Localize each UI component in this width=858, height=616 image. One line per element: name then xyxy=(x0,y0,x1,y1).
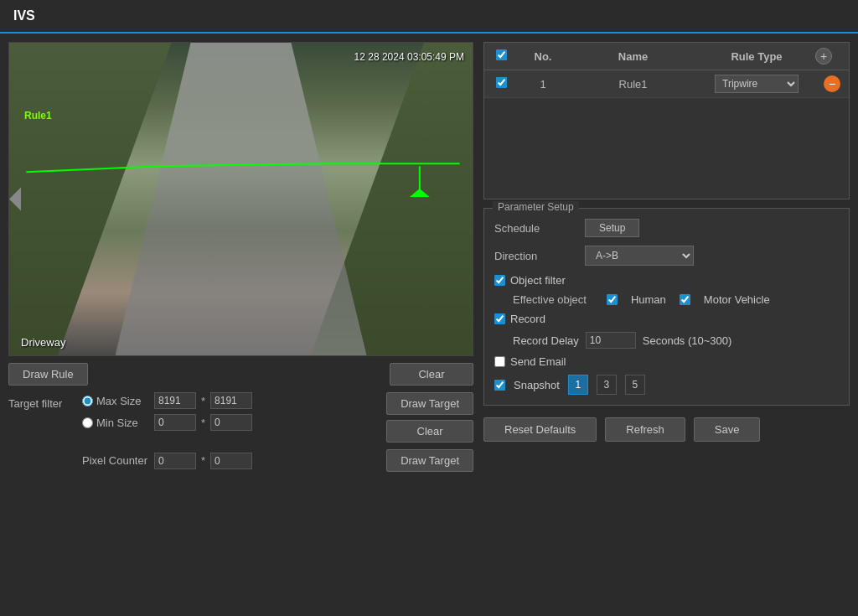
human-label: Human xyxy=(631,293,666,306)
min-size-radio[interactable] xyxy=(82,417,93,428)
motor-vehicle-checkbox[interactable] xyxy=(680,294,690,305)
human-checkbox[interactable] xyxy=(607,294,618,305)
delete-rule-button[interactable]: − xyxy=(824,75,840,92)
camera-view: 12 28 2024 03:05:49 PM Rule1 Driveway xyxy=(8,42,473,356)
draw-rule-button[interactable]: Draw Rule xyxy=(8,363,88,386)
max-size-radio-label[interactable]: Max Size xyxy=(82,395,149,407)
min-size-width[interactable] xyxy=(154,414,196,431)
record-delay-label: Record Delay xyxy=(513,334,579,347)
reset-defaults-button[interactable]: Reset Defaults xyxy=(483,417,597,442)
max-size-width[interactable] xyxy=(154,392,196,409)
motor-vehicle-label: Motor Vehicle xyxy=(704,293,770,306)
rules-empty-area xyxy=(484,98,849,199)
header-rule-type: Rule Type xyxy=(698,50,815,63)
add-rule-button[interactable]: + xyxy=(815,48,832,65)
filter-inputs: Max Size * Min Size * xyxy=(82,392,252,431)
pixel-counter-label: Pixel Counter xyxy=(82,454,149,467)
save-button[interactable]: Save xyxy=(694,417,761,442)
select-all-checkbox[interactable] xyxy=(496,49,507,60)
record-delay-input[interactable] xyxy=(586,332,636,349)
app-title: IVS xyxy=(13,8,35,23)
object-filter-checkbox[interactable] xyxy=(494,275,505,286)
schedule-label: Schedule xyxy=(494,222,578,235)
snapshot-row: Snapshot 1 3 5 xyxy=(494,375,839,395)
row-no: 1 xyxy=(518,78,568,91)
max-size-label: Max Size xyxy=(96,395,141,407)
rule-type-select[interactable]: Tripwire Intrusion xyxy=(715,75,799,93)
title-bar: IVS xyxy=(0,0,858,34)
footer-buttons: Reset Defaults Refresh Save xyxy=(483,414,850,442)
direction-select[interactable]: A->B B->A A<->B xyxy=(585,246,694,266)
timestamp: 12 28 2024 03:05:49 PM xyxy=(354,51,464,63)
param-setup-title: Parameter Setup xyxy=(493,201,579,213)
add-rule-col: + xyxy=(815,48,849,65)
header-name: Name xyxy=(568,50,698,63)
record-label: Record xyxy=(510,313,545,325)
send-email-row: Send Email xyxy=(494,355,839,368)
draw-target-btns: Draw Target Clear xyxy=(386,392,473,443)
direction-label: Direction xyxy=(494,250,578,262)
send-email-label: Send Email xyxy=(510,355,566,368)
snapshot-num-1[interactable]: 1 xyxy=(568,375,588,395)
row-type-col: Tripwire Intrusion xyxy=(698,75,815,93)
min-size-height[interactable] xyxy=(210,414,252,431)
target-filter-row: Target filter Max Size * xyxy=(8,392,473,443)
target-filter-label: Target filter xyxy=(8,392,75,410)
mult-sign-2: * xyxy=(201,417,205,429)
clear-button-top[interactable]: Clear xyxy=(390,363,473,386)
parameter-setup: Parameter Setup Schedule Setup Direction… xyxy=(483,208,850,406)
snapshot-checkbox[interactable] xyxy=(494,380,505,391)
tripwire-svg xyxy=(9,43,473,355)
row-checkbox[interactable] xyxy=(496,77,507,88)
pixel-height[interactable] xyxy=(210,453,252,469)
header-check xyxy=(484,49,518,63)
effective-object-label: Effective object xyxy=(513,293,587,306)
rules-table-header: No. Name Rule Type + xyxy=(484,43,849,70)
min-size-radio-label[interactable]: Min Size xyxy=(82,417,149,429)
object-filter-label: Object filter xyxy=(510,274,566,287)
record-row: Record xyxy=(494,313,839,325)
snapshot-num-3[interactable]: 3 xyxy=(597,375,617,395)
clear-button-mid[interactable]: Clear xyxy=(386,420,473,443)
snapshot-num-5[interactable]: 5 xyxy=(625,375,645,395)
row-checkbox-col xyxy=(484,77,518,91)
max-size-radio[interactable] xyxy=(82,396,93,406)
object-filter-row: Object filter xyxy=(494,274,839,287)
driveway-label: Driveway xyxy=(21,336,65,349)
draw-target-button-2[interactable]: Draw Target xyxy=(386,449,473,472)
min-size-label: Min Size xyxy=(96,417,138,429)
left-panel: 12 28 2024 03:05:49 PM Rule1 Driveway Dr… xyxy=(8,42,473,601)
setup-button[interactable]: Setup xyxy=(585,219,639,237)
draw-clear-row: Draw Rule Clear xyxy=(8,363,473,386)
schedule-row: Schedule Setup xyxy=(494,219,839,237)
rules-table-container: No. Name Rule Type + 1 Rule1 Tripwire In… xyxy=(483,42,850,199)
main-content: 12 28 2024 03:05:49 PM Rule1 Driveway Dr… xyxy=(0,34,858,609)
record-delay-row: Record Delay Seconds (10~300) xyxy=(513,332,839,349)
draw-target-button-1[interactable]: Draw Target xyxy=(386,392,473,415)
send-email-checkbox[interactable] xyxy=(494,356,505,367)
max-size-height[interactable] xyxy=(210,392,252,409)
row-name: Rule1 xyxy=(568,78,698,91)
seconds-label: Seconds (10~300) xyxy=(643,334,732,347)
refresh-button[interactable]: Refresh xyxy=(605,417,685,442)
camera-background: 12 28 2024 03:05:49 PM Rule1 Driveway xyxy=(9,43,473,355)
max-size-row: Max Size * xyxy=(82,392,252,409)
table-row: 1 Rule1 Tripwire Intrusion − xyxy=(484,70,849,98)
right-panel: No. Name Rule Type + 1 Rule1 Tripwire In… xyxy=(483,42,850,601)
delete-col: − xyxy=(815,75,849,92)
pixel-width[interactable] xyxy=(154,453,196,469)
min-size-row: Min Size * xyxy=(82,414,252,431)
mult-sign-1: * xyxy=(201,395,205,407)
header-no: No. xyxy=(518,50,568,63)
mult-sign-3: * xyxy=(201,454,205,467)
bottom-controls: Draw Rule Clear Target filter Max Size * xyxy=(8,363,473,472)
pixel-counter-row: Pixel Counter * Draw Target xyxy=(8,449,473,472)
effective-object-row: Effective object Human Motor Vehicle xyxy=(513,293,839,306)
direction-row: Direction A->B B->A A<->B xyxy=(494,246,839,266)
record-checkbox[interactable] xyxy=(494,313,505,324)
rule-label: Rule1 xyxy=(24,110,52,122)
snapshot-label: Snapshot xyxy=(514,379,560,391)
